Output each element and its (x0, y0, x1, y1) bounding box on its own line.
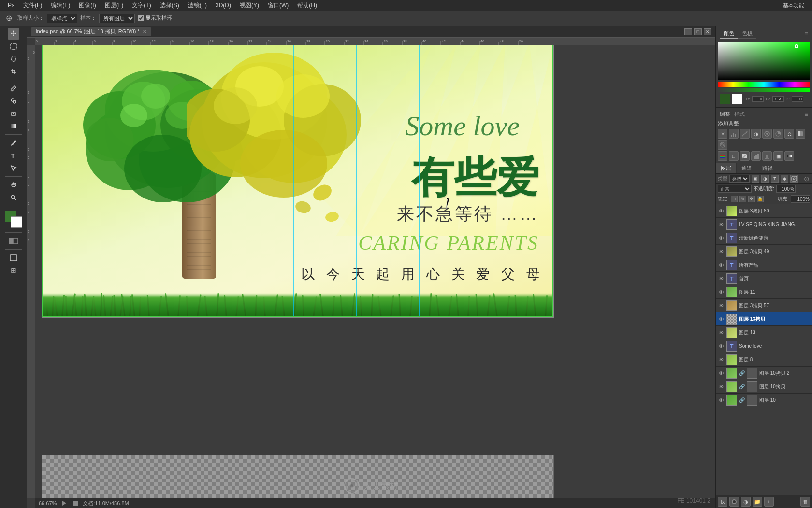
menu-filter[interactable]: 滤镜(T) (184, 0, 211, 11)
lasso-tool[interactable] (8, 53, 19, 65)
crop-tool[interactable] (8, 66, 19, 77)
layers-tab-channels[interactable]: 通道 (737, 163, 757, 173)
layer-item-60[interactable]: 👁 图层 3拷贝 60 (716, 204, 812, 218)
menu-select[interactable]: 选择(S) (156, 0, 183, 11)
color-spectrum[interactable] (718, 42, 810, 80)
layer-item-57[interactable]: 👁 图层 3拷贝 57 (716, 299, 812, 312)
filter-pixel[interactable]: ▣ (752, 175, 759, 183)
hue-bar[interactable] (718, 82, 810, 87)
eraser-tool[interactable] (8, 108, 19, 119)
layer-eye-60[interactable]: 👁 (718, 208, 725, 214)
layer-eye-11[interactable]: 👁 (718, 289, 725, 296)
alpha-bar[interactable] (718, 88, 810, 92)
show-ring-check[interactable]: 显示取样环 (138, 14, 172, 22)
tab-close[interactable]: ✕ (704, 28, 711, 35)
adj-gradientmap[interactable] (784, 151, 794, 161)
layer-eye-10-1[interactable]: 👁 (718, 383, 725, 390)
background-color[interactable] (11, 216, 22, 228)
layer-eye-13-copy[interactable]: 👁 (718, 316, 725, 323)
adj-tab-adjust[interactable]: 调整 (720, 111, 730, 118)
screen-mode[interactable] (8, 252, 19, 264)
layer-item-lv[interactable]: 👁 T LV SE QING XING JIANG... (716, 218, 812, 231)
layer-item-13-copy[interactable]: 👁 图层 13拷贝 (716, 312, 812, 326)
type-select[interactable]: 类型 (729, 175, 750, 183)
layer-eye-home[interactable]: 👁 (718, 275, 725, 282)
extras-tool[interactable]: ⊞ (8, 265, 19, 276)
foreground-swatch[interactable] (720, 94, 730, 104)
color-b-value[interactable]: 0 (792, 96, 803, 102)
layer-item-10-1[interactable]: 👁 🔗 图层 10拷贝 (716, 380, 812, 394)
layer-eye-49[interactable]: 👁 (718, 248, 725, 255)
opacity-input[interactable] (776, 185, 796, 193)
layer-mask-btn[interactable] (729, 497, 739, 507)
lock-all[interactable]: 🔒 (757, 196, 764, 202)
hand-tool[interactable] (8, 179, 19, 191)
fill-input[interactable] (791, 195, 810, 203)
layer-item-10-2[interactable]: 👁 🔗 图层 10拷贝 2 (716, 367, 812, 380)
layer-group-btn[interactable]: 📁 (753, 497, 762, 507)
menu-file[interactable]: 文件(F) (19, 0, 46, 11)
adj-panel-menu[interactable]: ≡ (805, 111, 808, 118)
adj-threshold[interactable] (762, 151, 772, 161)
text-tool[interactable]: T (8, 150, 19, 161)
clone-tool[interactable] (8, 95, 19, 107)
swatch-tab[interactable]: 色板 (738, 29, 756, 39)
menu-view[interactable]: 视图(Y) (236, 0, 263, 11)
layer-item-products[interactable]: 👁 T 所有产品 (716, 258, 812, 272)
adj-vibrance[interactable] (762, 129, 772, 139)
brush-tool[interactable] (8, 83, 19, 94)
adj-colorbalance[interactable]: ⚖ (784, 129, 794, 139)
layer-item-some[interactable]: 👁 T Some love (716, 339, 812, 353)
selection-tool[interactable] (8, 41, 19, 52)
color-g-value[interactable]: 255 (772, 96, 784, 102)
layer-eye-10-2[interactable]: 👁 (718, 370, 725, 377)
tab-close-btn[interactable]: ✕ (143, 29, 146, 34)
filter-shape[interactable]: ◆ (781, 175, 788, 183)
tab-minimize[interactable]: — (684, 28, 692, 35)
filter-text[interactable]: T (771, 175, 779, 183)
adj-selectivecolor[interactable]: ▣ (773, 151, 783, 161)
adj-hsl[interactable] (773, 129, 783, 139)
layer-fx-btn[interactable]: fx (718, 497, 727, 507)
layer-eye-some[interactable]: 👁 (718, 343, 725, 350)
adj-posterize[interactable] (751, 151, 761, 161)
filter-smart[interactable] (790, 175, 798, 183)
layer-adj-btn[interactable]: ◑ (741, 497, 751, 507)
menu-window[interactable]: 窗口(W) (264, 0, 292, 11)
layers-panel-menu[interactable]: ≡ (803, 163, 812, 173)
menu-help[interactable]: 帮助(H) (293, 0, 321, 11)
filter-adjust[interactable]: ◑ (761, 175, 769, 183)
layer-new-btn[interactable]: + (764, 497, 774, 507)
lock-position[interactable]: ✛ (748, 196, 755, 202)
layer-item-qing[interactable]: 👁 T 清新绿色健康 (716, 231, 812, 245)
gradient-tool[interactable] (8, 120, 19, 132)
adj-colorlookup[interactable]: □ (729, 151, 739, 161)
adj-curves[interactable] (740, 129, 750, 139)
layer-item-11[interactable]: 👁 图层 11 (716, 285, 812, 299)
color-panel-menu[interactable]: ≡ (805, 30, 808, 37)
menu-ps[interactable]: Ps (4, 1, 18, 10)
layer-delete-btn[interactable]: 🗑 (800, 497, 810, 507)
adj-tab-style[interactable]: 样式 (734, 111, 745, 118)
layer-eye-13[interactable]: 👁 (718, 329, 725, 336)
layer-item-home[interactable]: 👁 T 首页 (716, 272, 812, 285)
lock-pixel[interactable]: ✎ (740, 196, 746, 202)
adj-photfilter[interactable] (718, 140, 727, 150)
blend-mode-select[interactable]: 正常 (718, 185, 752, 193)
adj-levels[interactable] (729, 129, 739, 139)
sample-select[interactable]: 所有图层 (99, 14, 135, 23)
tab-maximize[interactable]: □ (694, 28, 702, 35)
menu-image[interactable]: 图像(I) (75, 0, 100, 11)
layer-item-10[interactable]: 👁 🔗 图层 10 (716, 394, 812, 407)
layers-tab-paths[interactable]: 路径 (757, 163, 778, 173)
doc-tab-item[interactable]: index.psd @ 66.7% (图层 13 拷贝, RGB/8) * ✕ (31, 27, 151, 36)
layer-item-49[interactable]: 👁 图层 3拷贝 49 (716, 245, 812, 258)
color-tab[interactable]: 颜色 (720, 29, 738, 39)
layer-eye-qing[interactable]: 👁 (718, 235, 725, 241)
color-box[interactable] (5, 211, 22, 228)
zoom-tool[interactable] (8, 192, 19, 203)
size-select[interactable]: 取样点 (47, 14, 77, 23)
layers-tab-layers[interactable]: 图层 (716, 163, 737, 173)
layer-eye-lv[interactable]: 👁 (718, 221, 725, 228)
menu-edit[interactable]: 编辑(E) (47, 0, 74, 11)
